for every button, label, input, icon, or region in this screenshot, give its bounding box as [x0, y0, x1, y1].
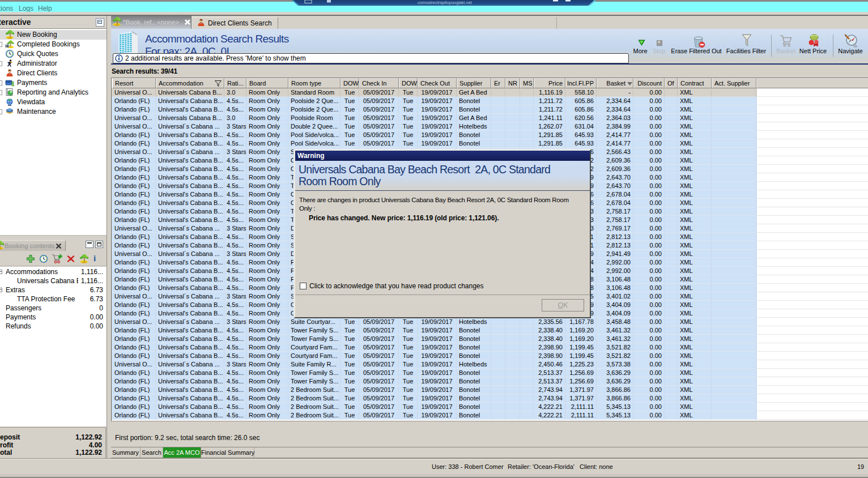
svg-text:comostrectrapitopuogiaki.net: comostrectrapitopuogiaki.net	[418, 0, 473, 5]
svg-text:$: $	[11, 81, 14, 87]
